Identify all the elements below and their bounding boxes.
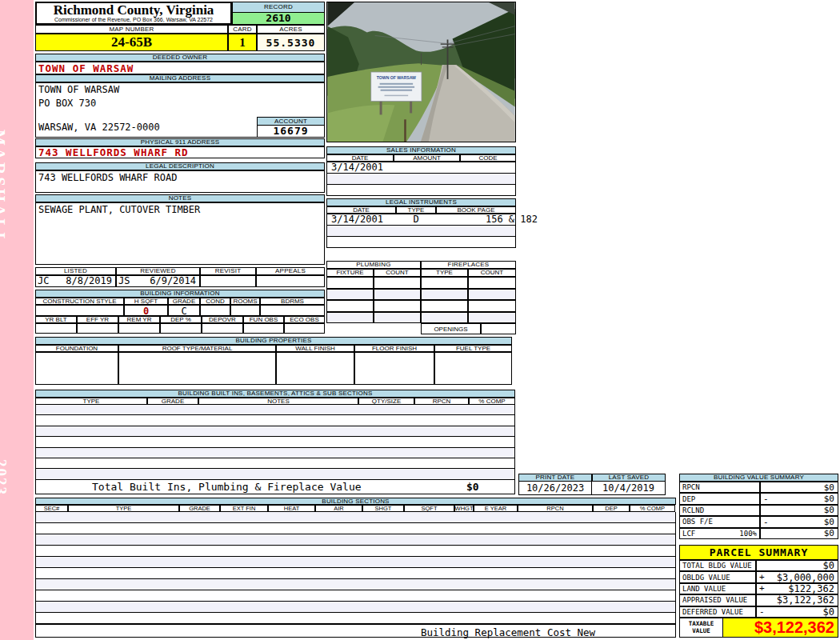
last-saved-label: LAST SAVED — [592, 474, 666, 482]
card-value: 1 — [228, 34, 257, 51]
col-rem-yr: REM YR — [118, 316, 160, 323]
legal-instruments: LEGAL INSTRUMENTS DATE TYPE BOOK PAGE 3/… — [326, 198, 516, 248]
reviewed-label: REVIEWED — [116, 267, 200, 275]
card-label: CARD — [228, 25, 257, 34]
record-box: RECORD 2610 — [232, 2, 325, 25]
county-subtitle: Commissioner of the Revenue, PO Box 366,… — [37, 17, 230, 23]
bvs-row-obs: OBS F/E -$0 — [679, 516, 838, 527]
photo-image: TOWN OF WARSAW — [326, 2, 516, 142]
col-bi-comp: % COMP — [469, 398, 515, 405]
bvs-label: LCF — [682, 530, 695, 538]
left-margin-strip: MARSHALL 2023 — [0, 0, 34, 640]
notes-label: NOTES — [35, 194, 325, 202]
parcel-label: OBLDG VALUE — [682, 574, 730, 582]
building-sections: BUILDING SECTIONS SEC# TYPE GRADE EXT FI… — [35, 498, 676, 624]
building-information-title: BUILDING INFORMATION — [35, 290, 325, 298]
floor-finish-value — [354, 352, 434, 385]
taxable-value-label: TAXABLE VALUE — [679, 618, 723, 638]
reviewed-date: 6/9/2014 — [150, 276, 196, 286]
col-sale-date: DATE — [326, 154, 394, 162]
built-ins-rows — [35, 405, 515, 480]
photo-sign-text: TOWN OF WARSAW — [377, 75, 416, 80]
mailing-address-label: MAILING ADDRESS — [35, 74, 325, 82]
bvs-row-lcf: LCF100% $0 — [679, 528, 838, 539]
foundation-value — [35, 352, 118, 385]
construction-style-value — [35, 305, 124, 316]
record-label: RECORD — [232, 2, 325, 13]
col-sale-code: CODE — [460, 154, 516, 162]
parcel-value: $0 — [768, 606, 838, 618]
rem-yr-value — [118, 323, 160, 334]
record-value: 2610 — [232, 13, 325, 25]
dep-pct-value — [160, 323, 202, 334]
built-ins-total-label: Total Built Ins, Plumbing & Fireplace Va… — [36, 481, 362, 493]
col-grade: GRADE — [168, 298, 200, 305]
bvs-label: RCLND — [682, 506, 704, 514]
col-bi-notes: NOTES — [198, 398, 358, 405]
plumbing-fireplaces: PLUMBING FIREPLACES FIXTURE COUNT TYPE C… — [326, 261, 516, 334]
sale-row-2 — [326, 174, 516, 185]
col-type: TYPE — [68, 505, 179, 512]
col-cond: COND — [200, 298, 230, 305]
bvs-value: $0 — [772, 482, 838, 493]
col-floor-finish: FLOOR FINISH — [354, 345, 434, 352]
taxable-label-line1: TAXABLE — [689, 620, 714, 628]
listed-by: JC — [38, 276, 49, 286]
col-inst-date: DATE — [326, 206, 396, 214]
bdrms-value — [260, 305, 325, 316]
map-number-label: MAP NUMBER — [35, 25, 228, 34]
col-yr-blt: YR BLT — [35, 316, 77, 323]
inst-row-1-date: 3/14/2001 — [326, 214, 396, 226]
county-header: Richmond County, Virginia Commissioner o… — [35, 2, 232, 25]
parcel-value: $3,122,362 — [768, 594, 838, 606]
col-fireplace-type: TYPE — [421, 269, 468, 277]
col-grade2: GRADE — [179, 505, 220, 512]
bvs-value: $0 — [772, 528, 838, 538]
acres-label: ACRES — [257, 25, 325, 34]
parcel-op: + — [757, 583, 768, 594]
depovr-value — [202, 323, 243, 334]
taxable-label-line2: VALUE — [692, 627, 710, 635]
roof-value — [118, 352, 276, 385]
parcel-label: LAND VALUE — [682, 585, 726, 593]
revisit-cell — [200, 275, 256, 287]
fuel-type-value — [434, 352, 512, 385]
taxable-value-amount: $3,122,362 — [723, 618, 838, 638]
col-whgt: WHGT — [454, 505, 474, 512]
map-card-acres-row: MAP NUMBER CARD ACRES 24-65B 1 55.5330 — [35, 25, 325, 51]
revisit-label: REVISIT — [200, 267, 256, 275]
openings-row: OPENINGS — [326, 323, 516, 334]
col-bdrms: BDRMS — [260, 298, 325, 305]
deeded-owner-label: DEEDED OWNER — [35, 54, 325, 62]
col-dep-pct: DEP % — [160, 316, 202, 323]
parcel-label: TOTAL BLDG VALUE — [682, 562, 752, 570]
building-properties-title: BUILDING PROPERTIES — [35, 337, 512, 345]
built-ins-total-value: $0 — [466, 481, 479, 493]
reviewed-cell: JS 6/9/2014 — [116, 275, 200, 287]
parcel-row-total-bldg: TOTAL BLDG VALUE $0 — [679, 560, 838, 571]
mailing-line-2: PO BOX 730 — [38, 98, 322, 112]
dates-block: PRINT DATE 10/26/2023 LAST SAVED 10/4/20… — [518, 474, 666, 495]
built-ins-total-row: Total Built Ins, Plumbing & Fireplace Va… — [35, 480, 515, 494]
bvs-value: $0 — [772, 517, 838, 527]
sale-row-3 — [326, 185, 516, 196]
col-fun-obs: FUN OBS — [243, 316, 284, 323]
col-fixture-count: COUNT — [374, 269, 421, 277]
print-date-label: PRINT DATE — [518, 474, 592, 482]
parcel-label: APPRAISED VALUE — [682, 596, 747, 604]
eco-obs-value — [284, 323, 325, 334]
print-date-value: 10/26/2023 — [518, 482, 592, 495]
col-fixture: FIXTURE — [326, 269, 374, 277]
parcel-value: $122,362 — [768, 583, 838, 594]
parcel-value: $3,000,000 — [768, 572, 838, 583]
col-extfin: EXT FIN — [220, 505, 268, 512]
building-replacement-label: Building Replacement Cost New — [324, 626, 692, 638]
acres-value: 55.5330 — [257, 34, 325, 51]
bvs-label: RPCN — [682, 483, 700, 491]
building-properties: BUILDING PROPERTIES FOUNDATION ROOF TYPE… — [35, 337, 512, 385]
legal-description-label: LEGAL DESCRIPTION — [35, 162, 325, 170]
col-rooms: ROOMS — [230, 298, 260, 305]
year-watermark: 2023 — [0, 459, 10, 496]
parcel-row-appraised: APPRAISED VALUE $3,122,362 — [679, 594, 838, 606]
county-title: Richmond County, Virginia — [37, 3, 230, 17]
